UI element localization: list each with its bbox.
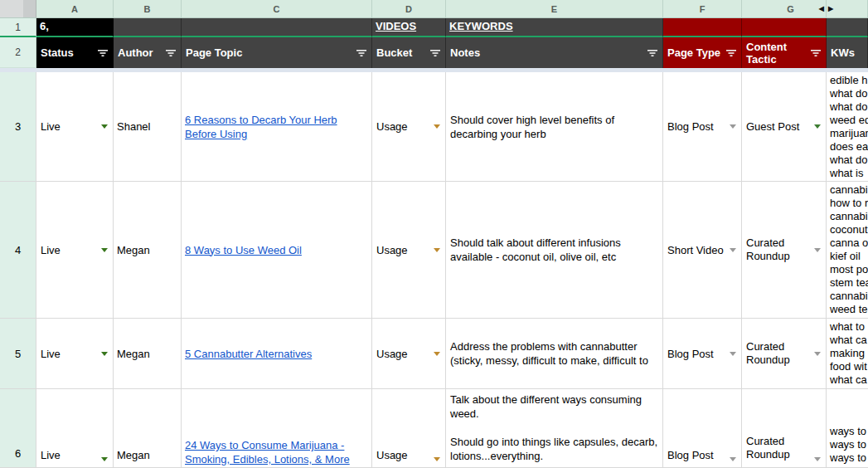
cell-kws-1[interactable] xyxy=(827,18,868,37)
column-header-c[interactable]: C xyxy=(182,0,372,18)
cell-f1[interactable] xyxy=(663,18,742,37)
dropdown-arrow-icon[interactable] xyxy=(730,352,736,356)
header-page-topic[interactable]: Page Topic xyxy=(182,37,372,68)
header-page-type[interactable]: Page Type xyxy=(663,37,742,68)
select-all-corner[interactable] xyxy=(0,0,36,18)
dropdown-arrow-icon[interactable] xyxy=(814,248,821,252)
dropdown-arrow-icon[interactable] xyxy=(101,124,108,129)
header-content-tactic[interactable]: Content Tactic xyxy=(742,37,827,68)
header-bucket[interactable]: Bucket xyxy=(372,37,446,68)
filter-icon[interactable] xyxy=(429,49,441,57)
cell-b1[interactable] xyxy=(114,18,182,37)
filter-icon[interactable] xyxy=(165,49,177,57)
column-header-b[interactable]: B xyxy=(114,0,182,18)
dropdown-arrow-icon[interactable] xyxy=(814,352,821,356)
page-type-cell[interactable]: Blog Post xyxy=(663,319,742,389)
notes-cell[interactable]: Address the problems with cannabutter (s… xyxy=(446,319,663,389)
header-status[interactable]: Status xyxy=(36,37,114,68)
filter-icon[interactable] xyxy=(810,49,822,57)
header-kws[interactable]: KWs xyxy=(827,37,868,68)
content-tactic-cell[interactable]: Curated Roundup xyxy=(742,319,827,389)
kws-cell[interactable]: what to what ca making food wit what ca xyxy=(827,319,868,389)
page-topic-cell[interactable]: 24 Ways to Consume Marijuana - Smoking, … xyxy=(182,389,372,468)
kws-cell[interactable]: cannabi how to r cannabi coconut canna o… xyxy=(827,182,868,319)
status-cell[interactable]: Live xyxy=(36,389,114,468)
bucket-cell[interactable]: Usage xyxy=(372,72,446,182)
cell-a1[interactable]: 6, xyxy=(36,18,114,37)
row-header-5[interactable]: 5 xyxy=(0,319,36,389)
cell-e1-keywords[interactable]: KEYWORDS xyxy=(446,18,663,37)
author-cell[interactable]: Shanel xyxy=(114,72,182,182)
notes-cell[interactable]: Should talk about different infusions av… xyxy=(446,182,663,319)
dropdown-arrow-icon[interactable] xyxy=(434,352,440,356)
dropdown-arrow-icon[interactable] xyxy=(434,248,440,252)
page-topic-cell[interactable]: 5 Cannabutter Alternatives xyxy=(182,319,372,389)
dropdown-arrow-icon[interactable] xyxy=(730,457,736,461)
row-header-3[interactable]: 3 xyxy=(0,72,36,182)
content-tactic-cell[interactable]: Curated Roundup xyxy=(742,389,827,468)
notes-cell[interactable]: Should cover high level benefits of deca… xyxy=(446,72,663,182)
author-cell[interactable]: Megan xyxy=(114,182,182,319)
dropdown-arrow-icon[interactable] xyxy=(730,124,736,129)
page-topic-link[interactable]: 5 Cannabutter Alternatives xyxy=(185,347,312,361)
column-letter: G xyxy=(787,4,794,14)
status-cell[interactable]: Live xyxy=(36,319,114,389)
bucket-cell[interactable]: Usage xyxy=(372,182,446,319)
page-type-cell[interactable]: Short Video xyxy=(663,182,742,319)
bucket-cell[interactable]: Usage xyxy=(372,389,446,468)
column-header-d[interactable]: D xyxy=(372,0,446,18)
table-row: 3 Live Shanel 6 Reasons to Decarb Your H… xyxy=(0,72,868,182)
column-header-f[interactable]: F xyxy=(663,0,742,18)
author-cell[interactable]: Megan xyxy=(114,389,182,468)
dropdown-arrow-icon[interactable] xyxy=(434,124,440,129)
filter-icon[interactable] xyxy=(97,49,109,57)
page-topic-link[interactable]: 24 Ways to Consume Marijuana - Smoking, … xyxy=(185,438,368,466)
cell-c1[interactable] xyxy=(182,18,372,37)
row-header-4[interactable]: 4 xyxy=(0,182,36,319)
header-notes[interactable]: Notes xyxy=(446,37,663,68)
row-header-1[interactable]: 1 xyxy=(0,18,36,37)
author-cell[interactable]: Megan xyxy=(114,319,182,389)
kws-cell[interactable]: ways to ways to ways to xyxy=(827,389,868,468)
column-header-e[interactable]: E xyxy=(446,0,663,18)
column-header-kws[interactable]: ▶ xyxy=(827,0,868,18)
hidden-columns-right-icon[interactable]: ▶ xyxy=(828,6,833,12)
notes-cell[interactable]: Talk about the different ways consuming … xyxy=(446,389,663,468)
status-cell[interactable]: Live xyxy=(36,72,114,182)
header-author[interactable]: Author xyxy=(114,37,182,68)
page-type-cell[interactable]: Blog Post xyxy=(663,389,742,468)
filter-icon[interactable] xyxy=(647,49,658,57)
cell-d1-videos[interactable]: VIDEOS xyxy=(372,18,446,37)
dropdown-arrow-icon[interactable] xyxy=(814,124,821,129)
row-header-6[interactable]: 6 xyxy=(0,389,36,468)
table-row: 4 Live Megan 8 Ways to Use Weed Oil Usag… xyxy=(0,182,868,319)
dropdown-arrow-icon[interactable] xyxy=(434,457,440,461)
hidden-columns-left-icon[interactable]: ◀ xyxy=(819,6,824,12)
page-type-cell[interactable]: Blog Post xyxy=(663,72,742,182)
filter-icon[interactable] xyxy=(356,49,367,57)
bucket-cell[interactable]: Usage xyxy=(372,319,446,389)
dropdown-arrow-icon[interactable] xyxy=(814,457,821,461)
spreadsheet: A B C D E F G ◀ ▶ 1 6, VIDEOS KEYWORDS 2… xyxy=(0,0,868,468)
table-row: 5 Live Megan 5 Cannabutter Alternatives … xyxy=(0,319,868,389)
page-topic-cell[interactable]: 8 Ways to Use Weed Oil xyxy=(182,182,372,319)
kws-cell[interactable]: edible h what do what do weed ed marijua… xyxy=(827,72,868,182)
table-header-row: 2 Status Author Page Topic Bucket Notes … xyxy=(0,37,868,68)
dropdown-arrow-icon[interactable] xyxy=(101,457,108,461)
column-header-g[interactable]: G ◀ xyxy=(742,0,827,18)
page-topic-link[interactable]: 8 Ways to Use Weed Oil xyxy=(185,243,302,257)
page-topic-link[interactable]: 6 Reasons to Decarb Your Herb Before Usi… xyxy=(185,113,368,141)
row-header-2[interactable]: 2 xyxy=(0,37,36,68)
filter-icon[interactable] xyxy=(725,49,737,57)
column-header-a[interactable]: A xyxy=(36,0,114,18)
page-topic-cell[interactable]: 6 Reasons to Decarb Your Herb Before Usi… xyxy=(182,72,372,182)
dropdown-arrow-icon[interactable] xyxy=(730,248,736,252)
dropdown-arrow-icon[interactable] xyxy=(101,352,108,356)
cell-g1[interactable] xyxy=(742,18,827,37)
content-tactic-cell[interactable]: Curated Roundup xyxy=(742,182,827,319)
column-letter: A xyxy=(71,4,78,14)
dropdown-arrow-icon[interactable] xyxy=(101,248,108,252)
column-header-strip: A B C D E F G ◀ ▶ xyxy=(0,0,868,18)
status-cell[interactable]: Live xyxy=(36,182,114,319)
content-tactic-cell[interactable]: Guest Post xyxy=(742,72,827,182)
